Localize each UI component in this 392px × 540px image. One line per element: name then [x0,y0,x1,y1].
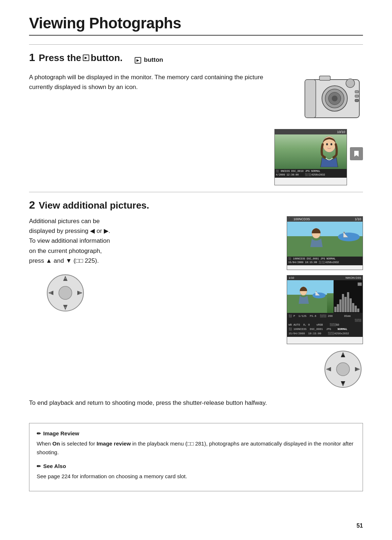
section1-heading-pre: Press the [39,52,81,64]
section2-right: ⬛ 100NCD3S 1/10 [287,216,363,389]
note-body-pre: When [37,440,52,447]
screen2-2-info5: 15/04/2009 10:15:00 ⬛⬛4256x2832 [289,331,361,336]
landscape-scene-2 [287,280,327,313]
note-body-mid: is selected for [60,440,97,447]
highlight-warning-icon [358,282,362,286]
svg-point-47 [327,368,329,370]
screen1-footer-line1: ⬛ 0NCD3S DSC_0010 JPG NORMAL [276,170,346,173]
svg-point-5 [332,96,338,101]
pencil-icon-1: ✏ [37,430,41,438]
note-body-bold1: On [52,440,60,447]
svg-point-14 [331,143,332,145]
section2-body-line1: Additional pictures can be [29,218,100,225]
section2-number: 2 [29,199,35,211]
button-label-text: button [144,56,163,63]
section1-left: A photograph will be displayed in the mo… [29,72,267,92]
svg-point-22 [65,307,66,308]
section2-left: Additional pictures can be displayed by … [29,216,279,313]
bookmark-icon [353,150,360,157]
section2-body-line2: displayed by pressing ◀ or ▶. [29,227,110,234]
section1-body: A photograph will be displayed in the mo… [29,72,267,92]
section1-heading: 1 Press the button. [29,51,123,64]
button-label: button [134,56,163,64]
svg-point-21 [65,278,66,279]
screen2-1-footer-line1: ⬛ 100NCD3S DSC_0001 JPG NORMAL [288,257,362,261]
screen-photo-section2-1: ⬛ 100NCD3S 1/10 [287,216,363,270]
note-body-bold2: Image review [97,440,131,447]
screen2-1-header: ⬛ 100NCD3S 1/10 [287,217,363,222]
svg-point-7 [346,79,355,88]
note-box: ✏ Image Review When On is selected for I… [29,423,363,491]
bookmark-tab [350,147,363,160]
screen1-header: 10/10 [275,129,347,134]
section-2: 2 View additional pictures. Additional p… [29,192,363,389]
screen-photo-section2-2: 1/10 NIKON D3S [287,275,363,344]
svg-point-45 [342,353,344,355]
section2-content: Additional pictures can be displayed by … [29,216,363,389]
svg-point-16 [59,286,72,299]
svg-point-48 [358,368,359,370]
landscape-scene-1 [287,222,363,257]
svg-point-27 [338,233,360,241]
screen2-1-counter: 1/10 [355,217,361,221]
screen2-2-brand: NIKON D3S [346,276,361,279]
section2-body: Additional pictures can be displayed by … [29,216,279,266]
screen-photo-section1: 10/10 [274,129,347,185]
page-number: 51 [356,523,363,529]
svg-point-40 [336,363,350,376]
section1-number: 1 [29,51,35,64]
note-section2-title-text: See Also [43,462,66,471]
section2-heading: 2 View additional pictures. [29,199,363,211]
note-section2-body: See page 224 for information on choosing… [37,472,355,481]
pencil-icon-2: ✏ [37,462,41,470]
screen1-footer: ⬛ 0NCD3S DSC_0010 JPG NORMAL 4/2009 12:3… [275,169,347,178]
playback-button-icon-heading [83,55,89,61]
page-title: Viewing Photographs [29,15,363,36]
note-section1-title-text: Image Review [43,429,79,438]
screen2-2-counter: 1/10 [289,276,294,279]
portrait-svg-1 [314,136,343,167]
screen2-1-footer: ⬛ 100NCD3S DSC_0001 JPG NORMAL 15/04/200… [287,257,363,265]
screen2-2-info4: ⬛ 100NCD3S DSC_0001 JPG NORMAL [289,327,361,331]
footer-text: To end playback and return to shooting m… [29,398,363,408]
screen2-2-info3: WB AUTO 0, 0 sRGB ⬛⬛SD [289,323,361,327]
svg-rect-31 [287,280,327,295]
section1-content: A photograph will be displayed in the mo… [29,72,363,185]
svg-point-24 [79,292,81,294]
screen1-footer-line2: 4/2009 12:30:00 ⬛⬛4256x2832 [276,173,346,177]
svg-rect-9 [355,95,359,97]
note-section1-body: When On is selected for Image review in … [37,439,355,457]
screen2-2-info1: ⬛ P 1/125 F5.6 ⬛⬛ 200 85mm [289,314,361,318]
screen2-1-footer-line2: 15/04/2009 10:15:00 ⬛⬛4256x2832 [288,261,362,265]
section2-body-line5: press ▲ and ▼ (□□ 225). [29,257,99,264]
svg-rect-38 [358,283,362,286]
svg-rect-1 [305,80,316,118]
svg-rect-10 [355,99,359,102]
svg-rect-6 [319,76,330,80]
section2-body-line3: To view additional information [29,237,110,244]
section2-heading-text: View additional pictures. [39,200,149,211]
dpad-left-right [45,273,85,313]
section1-heading-post: button. [91,52,123,64]
dpad-up-down [323,349,363,389]
svg-rect-8 [355,90,359,93]
note-section2-title: ✏ See Also [37,462,355,471]
screen2-1-left: ⬛ 100NCD3S [289,217,310,221]
svg-point-13 [326,143,328,145]
screen1-counter: 10/10 [337,130,345,134]
screen2-2-info2: ⬛⬛ [289,318,361,323]
camera-illustration [301,72,363,125]
section2-body-line4: on the current photograph, [29,247,102,254]
svg-point-23 [50,292,52,294]
note-section1-title: ✏ Image Review [37,429,355,438]
section1-right: 10/10 [274,72,363,185]
svg-point-46 [342,384,344,386]
section-1: 1 Press the button. button A photograph … [29,44,363,185]
playback-button-icon-label [135,57,141,64]
